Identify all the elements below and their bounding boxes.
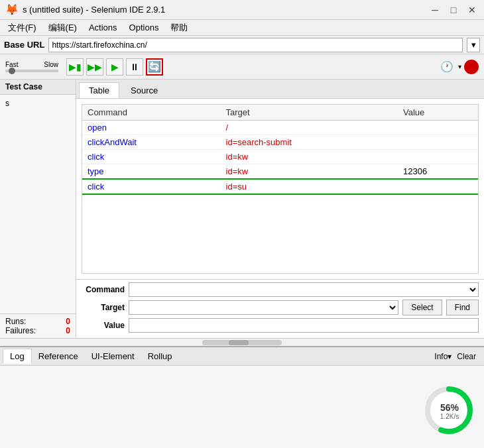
maximize-button[interactable]: □	[447, 3, 460, 17]
table-row[interactable]: clickid=su	[82, 179, 478, 194]
right-panel: Table Source Command Target Value open/c…	[76, 80, 484, 338]
tab-rollup[interactable]: Rollup	[141, 349, 179, 363]
left-panel-stats: Runs: 0 Failures: 0	[0, 313, 76, 338]
table-row[interactable]: typeid=kw12306	[82, 164, 478, 180]
minimize-button[interactable]: ─	[428, 3, 442, 17]
value-row: Value	[82, 318, 479, 333]
run-suite-button[interactable]: ▶▶	[86, 58, 103, 76]
progress-speed: 1.2K/s	[440, 413, 459, 420]
find-button[interactable]: Find	[446, 300, 479, 315]
info-button[interactable]: Info▾	[434, 352, 452, 361]
menu-options[interactable]: Options	[124, 21, 164, 34]
test-case-item[interactable]: s	[3, 97, 73, 109]
speed-slider[interactable]: Fast Slow	[5, 61, 58, 72]
editor-tab-bar: Table Source	[76, 80, 484, 99]
target-row: Target Select Find	[82, 300, 479, 315]
progress-center: 56% 1.2K/s	[440, 402, 459, 420]
base-url-label: Base URL	[4, 40, 44, 50]
table-row[interactable]: clickid=kw	[82, 150, 478, 164]
runs-row: Runs: 0	[5, 317, 70, 326]
command-form: Command Target Select Find Value	[76, 279, 484, 338]
base-url-input[interactable]	[48, 38, 463, 52]
tab-reference[interactable]: Reference	[32, 349, 85, 363]
table-row[interactable]: open/	[82, 121, 478, 135]
record-button[interactable]	[464, 60, 479, 74]
select-button[interactable]: Select	[402, 300, 442, 315]
cell-target: /	[221, 121, 398, 135]
bottom-tab-actions: Info▾ Clear	[434, 352, 481, 361]
window-controls: ─ □ ✕	[428, 3, 479, 17]
command-table: Command Target Value open/clickAndWaitid…	[82, 105, 478, 195]
left-panel: Test Case s Runs: 0 Failures: 0	[0, 80, 76, 338]
cell-command: click	[82, 179, 221, 194]
cell-value	[398, 121, 478, 135]
menu-help[interactable]: 帮助	[165, 21, 193, 35]
menu-file[interactable]: 文件(F)	[3, 21, 42, 35]
cell-target: id=su	[221, 179, 398, 194]
target-label: Target	[82, 303, 125, 312]
cell-target: id=kw	[221, 150, 398, 164]
progress-percent: 56%	[440, 402, 459, 413]
value-input[interactable]	[129, 318, 479, 333]
cell-value	[398, 150, 478, 164]
main-content: Test Case s Runs: 0 Failures: 0 Table So…	[0, 80, 484, 338]
tab-table[interactable]: Table	[79, 82, 119, 98]
command-table-wrapper: Command Target Value open/clickAndWaitid…	[82, 104, 479, 274]
tab-source[interactable]: Source	[121, 82, 168, 98]
menu-bar: 文件(F) 编辑(E) Actions Options 帮助	[0, 20, 484, 36]
cell-value	[398, 135, 478, 150]
bottom-tab-bar: Log Reference UI-Element Rollup Info▾ Cl…	[0, 347, 484, 366]
window-title: s (untitled suite) - Selenium IDE 2.9.1	[23, 5, 165, 15]
cell-command: type	[82, 164, 221, 180]
scrollbar-thumb	[229, 340, 249, 345]
run-all-button[interactable]: ▶▮	[66, 58, 84, 76]
menu-edit[interactable]: 编辑(E)	[43, 21, 82, 35]
col-header-target: Target	[221, 105, 398, 121]
menu-actions[interactable]: Actions	[84, 21, 123, 34]
command-row: Command	[82, 282, 479, 297]
target-select[interactable]	[129, 300, 398, 315]
close-button[interactable]: ✕	[465, 3, 479, 17]
clear-button[interactable]: Clear	[457, 352, 476, 361]
failures-row: Failures: 0	[5, 326, 70, 335]
progress-circle: 56% 1.2K/s	[423, 384, 476, 437]
cell-target: id=kw	[221, 164, 398, 180]
run-test-button[interactable]: ▶	[106, 58, 123, 76]
tab-ui-element[interactable]: UI-Element	[85, 349, 141, 363]
cell-command: clickAndWait	[82, 135, 221, 150]
title-bar: 🦊 s (untitled suite) - Selenium IDE 2.9.…	[0, 0, 484, 20]
pause-button[interactable]: ⏸	[126, 58, 143, 76]
col-header-command: Command	[82, 105, 221, 121]
cell-target: id=search-submit	[221, 135, 398, 150]
failures-label: Failures:	[5, 326, 36, 335]
failures-count: 0	[66, 326, 70, 335]
horizontal-scrollbar-area	[0, 338, 484, 346]
command-table-body: open/clickAndWaitid=search-submitclickid…	[82, 121, 478, 195]
cell-command: open	[82, 121, 221, 135]
command-label: Command	[82, 285, 125, 294]
command-select[interactable]	[129, 282, 479, 297]
reload-button[interactable]: 🔄	[146, 58, 163, 76]
cell-value: 12306	[398, 164, 478, 180]
table-row[interactable]: clickAndWaitid=search-submit	[82, 135, 478, 150]
firefox-logo: 🦊	[5, 3, 19, 16]
toolbar-right: 🕐 ▾	[438, 60, 479, 74]
bottom-panel-wrapper: Log Reference UI-Element Rollup Info▾ Cl…	[0, 346, 484, 448]
test-case-header: Test Case	[0, 80, 76, 95]
value-label: Value	[82, 321, 125, 330]
test-case-list: s	[0, 95, 76, 313]
toolbar: Fast Slow ▶▮ ▶▶ ▶ ⏸ 🔄 🕐 ▾	[0, 54, 484, 80]
speed-thumb	[9, 68, 15, 74]
table-header-row: Command Target Value	[82, 105, 478, 121]
empty-table-area[interactable]	[82, 195, 478, 235]
base-url-dropdown[interactable]: ▾	[467, 38, 480, 52]
speed-track[interactable]	[5, 70, 58, 72]
clock-dropdown[interactable]: ▾	[458, 63, 461, 70]
speed-slow-label: Slow	[44, 61, 58, 68]
progress-area: 56% 1.2K/s	[423, 384, 476, 437]
tab-log[interactable]: Log	[3, 349, 32, 364]
horizontal-scrollbar[interactable]	[202, 340, 282, 345]
bottom-content	[0, 366, 484, 448]
clock-button[interactable]: 🕐	[438, 60, 455, 74]
base-url-bar: Base URL ▾	[0, 36, 484, 54]
